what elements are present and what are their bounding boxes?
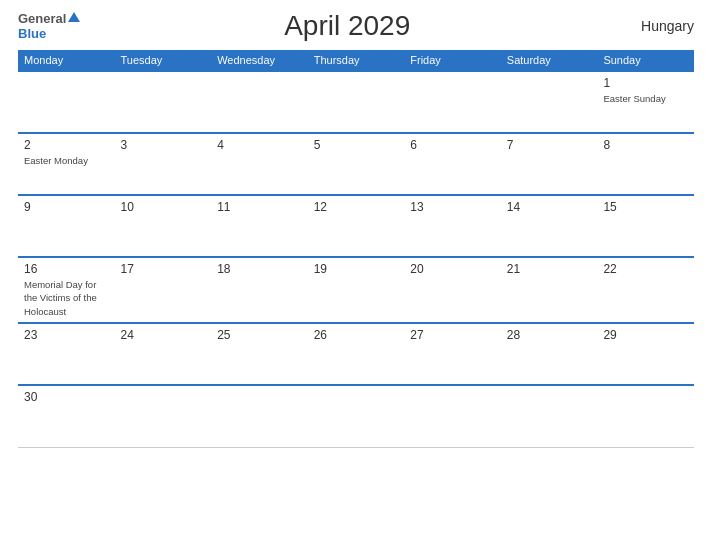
day-number: 4 bbox=[217, 138, 302, 152]
table-row bbox=[404, 71, 501, 133]
table-row: 25 bbox=[211, 323, 308, 385]
table-row: 20 bbox=[404, 257, 501, 323]
table-row: 9 bbox=[18, 195, 115, 257]
calendar-row: 16Memorial Day for the Victims of the Ho… bbox=[18, 257, 694, 323]
day-number: 14 bbox=[507, 200, 592, 214]
calendar-page: General Blue April 2029 Hungary Monday T… bbox=[0, 0, 712, 550]
logo-triangle-icon bbox=[68, 12, 80, 22]
day-number: 21 bbox=[507, 262, 592, 276]
day-number: 12 bbox=[314, 200, 399, 214]
day-number: 16 bbox=[24, 262, 109, 276]
day-number: 15 bbox=[603, 200, 688, 214]
calendar-row: 2Easter Monday345678 bbox=[18, 133, 694, 195]
day-number: 7 bbox=[507, 138, 592, 152]
day-number: 30 bbox=[24, 390, 109, 404]
day-number: 13 bbox=[410, 200, 495, 214]
day-number: 29 bbox=[603, 328, 688, 342]
day-number: 9 bbox=[24, 200, 109, 214]
day-number: 11 bbox=[217, 200, 302, 214]
table-row: 17 bbox=[115, 257, 212, 323]
table-row: 8 bbox=[597, 133, 694, 195]
table-row bbox=[308, 385, 405, 447]
table-row: 19 bbox=[308, 257, 405, 323]
table-row: 23 bbox=[18, 323, 115, 385]
day-number: 28 bbox=[507, 328, 592, 342]
table-row bbox=[115, 71, 212, 133]
day-number: 27 bbox=[410, 328, 495, 342]
table-row: 5 bbox=[308, 133, 405, 195]
table-row: 30 bbox=[18, 385, 115, 447]
table-row: 24 bbox=[115, 323, 212, 385]
day-number: 6 bbox=[410, 138, 495, 152]
day-number: 25 bbox=[217, 328, 302, 342]
table-row bbox=[501, 71, 598, 133]
table-row: 18 bbox=[211, 257, 308, 323]
day-number: 20 bbox=[410, 262, 495, 276]
page-title: April 2029 bbox=[80, 10, 614, 42]
logo-blue-text: Blue bbox=[18, 26, 46, 41]
table-row: 15 bbox=[597, 195, 694, 257]
day-number: 26 bbox=[314, 328, 399, 342]
table-row bbox=[308, 71, 405, 133]
table-row: 1Easter Sunday bbox=[597, 71, 694, 133]
day-number: 17 bbox=[121, 262, 206, 276]
day-number: 18 bbox=[217, 262, 302, 276]
day-number: 23 bbox=[24, 328, 109, 342]
weekday-header-row: Monday Tuesday Wednesday Thursday Friday… bbox=[18, 50, 694, 71]
table-row: 26 bbox=[308, 323, 405, 385]
day-number: 19 bbox=[314, 262, 399, 276]
col-wednesday: Wednesday bbox=[211, 50, 308, 71]
table-row bbox=[211, 71, 308, 133]
calendar-header: General Blue April 2029 Hungary bbox=[18, 10, 694, 42]
col-monday: Monday bbox=[18, 50, 115, 71]
table-row: 13 bbox=[404, 195, 501, 257]
col-tuesday: Tuesday bbox=[115, 50, 212, 71]
table-row bbox=[501, 385, 598, 447]
table-row: 29 bbox=[597, 323, 694, 385]
holiday-label: Easter Sunday bbox=[603, 93, 665, 104]
col-saturday: Saturday bbox=[501, 50, 598, 71]
day-number: 22 bbox=[603, 262, 688, 276]
calendar-table: Monday Tuesday Wednesday Thursday Friday… bbox=[18, 50, 694, 448]
table-row: 10 bbox=[115, 195, 212, 257]
table-row: 28 bbox=[501, 323, 598, 385]
day-number: 3 bbox=[121, 138, 206, 152]
table-row bbox=[115, 385, 212, 447]
table-row: 4 bbox=[211, 133, 308, 195]
day-number: 2 bbox=[24, 138, 109, 152]
table-row: 2Easter Monday bbox=[18, 133, 115, 195]
calendar-row: 23242526272829 bbox=[18, 323, 694, 385]
table-row bbox=[18, 71, 115, 133]
col-friday: Friday bbox=[404, 50, 501, 71]
day-number: 1 bbox=[603, 76, 688, 90]
table-row bbox=[404, 385, 501, 447]
calendar-row: 30 bbox=[18, 385, 694, 447]
country-label: Hungary bbox=[614, 18, 694, 34]
calendar-row: 1Easter Sunday bbox=[18, 71, 694, 133]
table-row: 27 bbox=[404, 323, 501, 385]
holiday-label: Memorial Day for the Victims of the Holo… bbox=[24, 279, 97, 317]
day-number: 10 bbox=[121, 200, 206, 214]
day-number: 24 bbox=[121, 328, 206, 342]
table-row: 22 bbox=[597, 257, 694, 323]
table-row bbox=[211, 385, 308, 447]
table-row: 11 bbox=[211, 195, 308, 257]
table-row: 12 bbox=[308, 195, 405, 257]
table-row: 21 bbox=[501, 257, 598, 323]
col-thursday: Thursday bbox=[308, 50, 405, 71]
table-row: 6 bbox=[404, 133, 501, 195]
table-row: 3 bbox=[115, 133, 212, 195]
day-number: 5 bbox=[314, 138, 399, 152]
table-row: 14 bbox=[501, 195, 598, 257]
table-row bbox=[597, 385, 694, 447]
logo: General Blue bbox=[18, 12, 80, 41]
col-sunday: Sunday bbox=[597, 50, 694, 71]
logo-general-text: General bbox=[18, 12, 66, 25]
holiday-label: Easter Monday bbox=[24, 155, 88, 166]
table-row: 7 bbox=[501, 133, 598, 195]
table-row: 16Memorial Day for the Victims of the Ho… bbox=[18, 257, 115, 323]
calendar-row: 9101112131415 bbox=[18, 195, 694, 257]
day-number: 8 bbox=[603, 138, 688, 152]
